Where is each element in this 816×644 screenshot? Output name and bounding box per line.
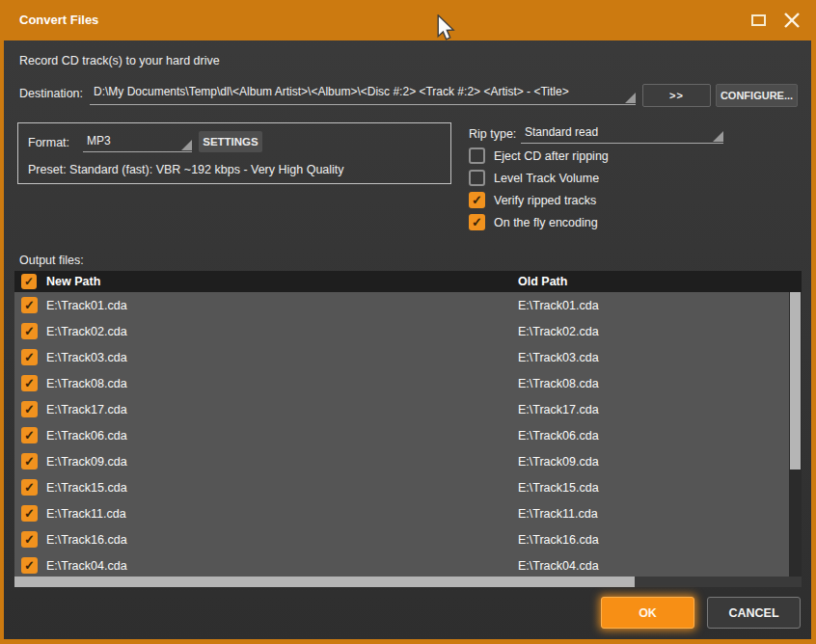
table-header-row: ✓ New Path Old Path — [14, 271, 802, 292]
dropdown-triangle-icon[interactable] — [713, 131, 723, 142]
vertical-scrollbar[interactable] — [789, 292, 802, 577]
old-path-cell: E:\Track06.cda — [518, 429, 599, 443]
table-row[interactable]: ✓E:\Track04.cdaE:\Track04.cda — [14, 552, 789, 577]
checkbox-label: Verify ripped tracks — [494, 194, 596, 207]
horizontal-scrollbar[interactable] — [14, 577, 802, 587]
new-path-cell: E:\Track03.cda — [46, 351, 127, 364]
table-row[interactable]: ✓E:\Track08.cdaE:\Track08.cda — [14, 370, 789, 396]
new-path-cell: E:\Track17.cda — [46, 403, 127, 416]
row-checkbox[interactable]: ✓ — [21, 427, 38, 443]
table-body: ✓E:\Track01.cdaE:\Track01.cda✓E:\Track02… — [14, 292, 789, 577]
destination-value: D:\My Documents\Temp\dl\<Album Artist>\<… — [90, 83, 636, 101]
option-checkbox[interactable]: ✓ — [469, 214, 485, 230]
new-path-cell: E:\Track16.cda — [46, 533, 127, 547]
table-row[interactable]: ✓E:\Track01.cdaE:\Track01.cda — [14, 292, 789, 318]
table-row[interactable]: ✓E:\Track09.cdaE:\Track09.cda — [14, 448, 789, 474]
format-groupbox: Format: MP3 SETTINGS Preset: Standard (f… — [17, 122, 451, 184]
checkbox-label: Eject CD after ripping — [494, 149, 609, 163]
row-checkbox[interactable]: ✓ — [21, 375, 38, 391]
table-row[interactable]: ✓E:\Track11.cdaE:\Track11.cda — [14, 500, 789, 526]
new-path-cell: E:\Track09.cda — [46, 455, 127, 469]
destination-more-button[interactable]: >> — [642, 84, 711, 107]
table-row[interactable]: ✓E:\Track16.cdaE:\Track16.cda — [14, 526, 789, 552]
checkbox-label: On the fly encoding — [494, 216, 598, 229]
rip-option[interactable]: ✓Verify ripped tracks — [469, 192, 609, 208]
rip-option[interactable]: ✓On the fly encoding — [469, 214, 609, 230]
rip-option[interactable]: Eject CD after ripping — [469, 148, 609, 164]
format-combobox[interactable]: MP3 — [83, 132, 192, 152]
old-path-cell: E:\Track02.cda — [518, 325, 599, 338]
rip-option[interactable]: Level Track Volume — [469, 170, 609, 186]
rip-type-combobox[interactable]: Standard read — [521, 123, 723, 144]
new-path-cell: E:\Track08.cda — [46, 377, 127, 390]
close-icon[interactable] — [782, 11, 802, 30]
old-path-cell: E:\Track16.cda — [518, 533, 599, 547]
old-path-cell: E:\Track17.cda — [518, 403, 599, 416]
dropdown-triangle-icon[interactable] — [181, 140, 192, 150]
convert-files-dialog: Convert Files Record CD track(s) to your… — [0, 0, 816, 644]
option-checkbox[interactable] — [469, 170, 485, 186]
column-header-old-path[interactable]: Old Path — [518, 271, 567, 292]
row-checkbox[interactable]: ✓ — [21, 531, 38, 548]
table-row[interactable]: ✓E:\Track03.cdaE:\Track03.cda — [14, 344, 789, 370]
window-border-left — [0, 40, 4, 644]
new-path-cell: E:\Track11.cda — [46, 507, 126, 521]
column-header-new-path[interactable]: New Path — [46, 271, 100, 292]
rip-options: Eject CD after rippingLevel Track Volume… — [469, 148, 609, 230]
output-files-table: ✓ New Path Old Path ✓E:\Track01.cdaE:\Tr… — [14, 271, 802, 577]
new-path-cell: E:\Track01.cda — [46, 299, 127, 312]
window-border-right — [811, 40, 816, 644]
table-row[interactable]: ✓E:\Track15.cdaE:\Track15.cda — [14, 474, 789, 500]
dropdown-triangle-icon[interactable] — [625, 93, 636, 103]
ok-button[interactable]: OK — [601, 597, 694, 629]
window-border-bottom — [0, 639, 816, 644]
old-path-cell: E:\Track15.cda — [518, 481, 599, 495]
row-checkbox[interactable]: ✓ — [21, 323, 38, 339]
settings-button[interactable]: SETTINGS — [199, 131, 262, 152]
vertical-scrollbar-thumb[interactable] — [790, 292, 801, 470]
old-path-cell: E:\Track11.cda — [518, 507, 598, 521]
preset-text: Preset: Standard (fast): VBR ~192 kbps -… — [28, 163, 344, 176]
table-row[interactable]: ✓E:\Track02.cdaE:\Track02.cda — [14, 318, 789, 344]
maximize-icon[interactable] — [751, 14, 766, 26]
row-checkbox[interactable]: ✓ — [21, 505, 38, 522]
new-path-cell: E:\Track02.cda — [46, 325, 127, 338]
row-checkbox[interactable]: ✓ — [21, 297, 38, 313]
window-title: Convert Files — [19, 0, 98, 40]
format-value: MP3 — [83, 132, 192, 150]
output-files-label: Output files: — [19, 254, 84, 267]
horizontal-scrollbar-thumb[interactable] — [14, 577, 635, 587]
old-path-cell: E:\Track01.cda — [518, 299, 599, 312]
intro-text: Record CD track(s) to your hard drive — [19, 54, 220, 67]
rip-type-value: Standard read — [521, 123, 723, 142]
cancel-button[interactable]: CANCEL — [707, 597, 801, 629]
option-checkbox[interactable] — [469, 148, 485, 164]
new-path-cell: E:\Track04.cda — [46, 559, 127, 573]
old-path-cell: E:\Track04.cda — [518, 559, 599, 573]
option-checkbox[interactable]: ✓ — [469, 192, 485, 208]
format-label: Format: — [28, 136, 69, 149]
old-path-cell: E:\Track03.cda — [518, 351, 599, 364]
rip-type-label: Rip type: — [469, 127, 516, 141]
destination-combobox[interactable]: D:\My Documents\Temp\dl\<Album Artist>\<… — [90, 83, 636, 105]
new-path-cell: E:\Track15.cda — [46, 481, 127, 495]
row-checkbox[interactable]: ✓ — [21, 557, 38, 574]
row-checkbox[interactable]: ✓ — [21, 453, 38, 470]
row-checkbox[interactable]: ✓ — [21, 349, 38, 365]
mouse-cursor-icon — [436, 14, 455, 44]
new-path-cell: E:\Track06.cda — [46, 429, 127, 443]
configure-button[interactable]: CONFIGURE... — [716, 84, 798, 107]
titlebar[interactable]: Convert Files — [0, 0, 816, 40]
table-row[interactable]: ✓E:\Track17.cdaE:\Track17.cda — [14, 396, 789, 422]
select-all-checkbox[interactable]: ✓ — [21, 274, 37, 289]
old-path-cell: E:\Track08.cda — [518, 377, 599, 390]
row-checkbox[interactable]: ✓ — [21, 479, 38, 496]
old-path-cell: E:\Track09.cda — [518, 455, 599, 469]
checkbox-label: Level Track Volume — [494, 172, 599, 185]
table-row[interactable]: ✓E:\Track06.cdaE:\Track06.cda — [14, 422, 789, 448]
row-checkbox[interactable]: ✓ — [21, 401, 38, 417]
destination-label: Destination: — [19, 87, 83, 100]
